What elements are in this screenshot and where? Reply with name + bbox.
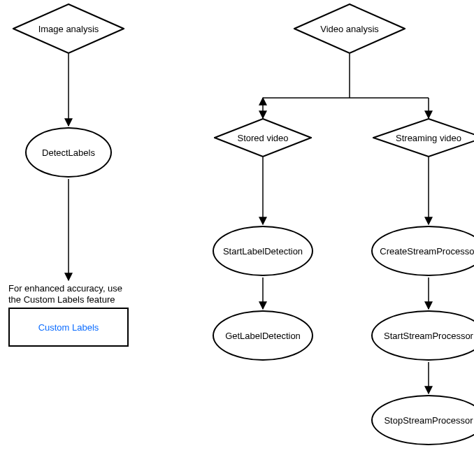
process-detect-labels: DetectLabels (25, 127, 112, 178)
process-detect-labels-label: DetectLabels (42, 147, 95, 158)
link-custom-labels[interactable]: Custom Labels (38, 322, 99, 333)
process-start-stream-processor: StartStreamProcessor (371, 310, 474, 361)
process-create-stream-processor-label: CreateStreamProcessor (380, 246, 474, 257)
process-start-label-detection-label: StartLabelDetection (223, 246, 303, 257)
process-stop-stream-processor-label: StopStreamProcessor (384, 415, 473, 426)
link-custom-labels-box[interactable]: Custom Labels (8, 308, 129, 347)
process-get-label-detection: GetLabelDetection (213, 310, 313, 361)
decision-stored-video: Stored video (214, 118, 312, 157)
diagram-canvas: Image analysis DetectLabels For enhanced… (0, 0, 474, 476)
process-get-label-detection-label: GetLabelDetection (225, 331, 301, 341)
decision-video-analysis: Video analysis (294, 3, 405, 54)
note-custom-labels: For enhanced accuracy, use the Custom La… (8, 283, 134, 306)
decision-image-analysis-label: Image analysis (36, 21, 102, 37)
process-stop-stream-processor: StopStreamProcessor (371, 395, 474, 445)
decision-video-analysis-label: Video analysis (317, 21, 382, 37)
process-start-label-detection: StartLabelDetection (213, 226, 313, 276)
decision-streaming-video-label: Streaming video (393, 130, 464, 146)
process-start-stream-processor-label: StartStreamProcessor (384, 331, 473, 341)
note-custom-labels-text: For enhanced accuracy, use the Custom La… (8, 283, 122, 305)
decision-streaming-video: Streaming video (373, 118, 474, 157)
process-create-stream-processor: CreateStreamProcessor (371, 226, 474, 276)
decision-image-analysis: Image analysis (13, 3, 124, 54)
decision-stored-video-label: Stored video (235, 130, 292, 146)
